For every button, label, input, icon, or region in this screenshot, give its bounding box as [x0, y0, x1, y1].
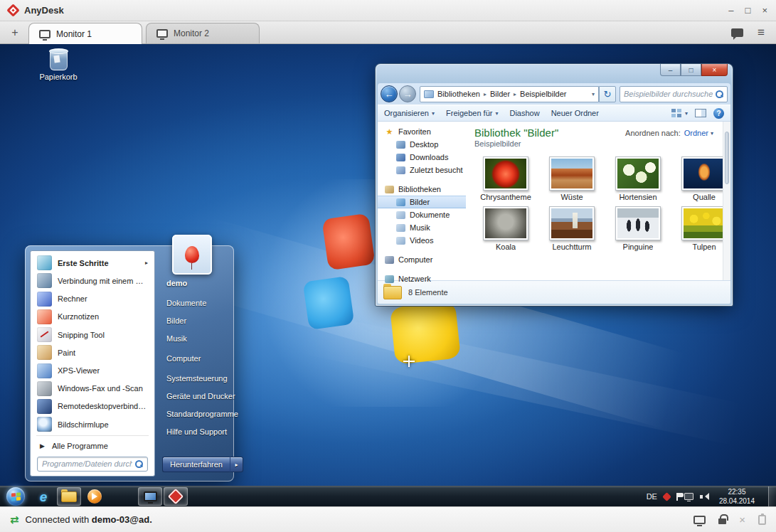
sidebar-item-pictures[interactable]: Bilder [378, 196, 466, 208]
taskbar-explorer[interactable] [57, 487, 81, 506]
hamburger-menu-icon[interactable]: ≡ [758, 26, 765, 38]
breadcrumb-segment[interactable]: Bibliotheken [437, 90, 480, 98]
start-item-pictures[interactable]: Bilder [162, 312, 243, 329]
display-settings-icon[interactable] [693, 516, 706, 524]
close-button[interactable]: × [762, 0, 767, 21]
file-item[interactable]: Chrysantheme [474, 156, 537, 201]
start-item-computer[interactable]: Computer [162, 349, 243, 367]
address-bar[interactable]: Bibliotheken ▸ Bilder ▸ Beispielbilder ▾ [420, 86, 599, 102]
sidebar-item-videos[interactable]: Videos [378, 234, 466, 247]
help-icon[interactable]: ? [713, 108, 724, 119]
start-item-fax-scan[interactable]: Windows-Fax und -Scan [33, 380, 152, 398]
start-menu-search-input[interactable] [42, 459, 132, 468]
sidebar-item-recent[interactable]: Zuletzt besucht [378, 164, 466, 176]
chat-icon[interactable] [731, 28, 743, 37]
start-item-remote-desktop[interactable]: Remotedesktopverbindung [33, 398, 152, 415]
explorer-minimize-button[interactable]: – [660, 64, 681, 76]
remote-desktop-view[interactable]: Papierkorb – □ × ← → Bibliotheken ▸ Bild… [0, 44, 776, 506]
tab-monitor-1[interactable]: Monitor 1 [28, 23, 142, 44]
all-programs-button[interactable]: ▶ Alle Programme [33, 438, 152, 453]
start-item-devices-printers[interactable]: Geräte und Drucker [162, 387, 243, 405]
slideshow-button[interactable]: Diashow [509, 109, 539, 117]
sidebar-item-computer[interactable]: Computer [378, 253, 466, 266]
breadcrumb-segment[interactable]: Beispielbilder [520, 90, 566, 98]
forward-button[interactable]: → [399, 85, 416, 102]
file-item[interactable]: Leuchtturm [541, 206, 603, 251]
start-item-getting-started[interactable]: Erste Schritte ▸ [33, 254, 152, 272]
file-item[interactable]: Hortensien [607, 156, 669, 201]
taskbar-media-player[interactable] [83, 487, 107, 506]
language-indicator[interactable]: DE [647, 492, 657, 501]
vertical-scrollbar[interactable] [723, 122, 730, 280]
file-item[interactable]: Tulpen [673, 206, 730, 251]
user-name[interactable]: demo [166, 279, 243, 287]
address-dropdown-icon[interactable]: ▾ [592, 91, 595, 97]
explorer-commandbar: Organisieren ▾ Freigeben für ▾ Diashow N… [378, 105, 730, 122]
start-button[interactable] [6, 487, 25, 506]
start-item-default-programs[interactable]: Standardprogramme [162, 405, 243, 422]
shutdown-options-arrow[interactable]: ▸ [230, 457, 243, 472]
start-item-xps-viewer[interactable]: XPS-Viewer [33, 361, 152, 379]
explorer-maximize-button[interactable]: □ [681, 64, 701, 76]
file-item[interactable]: Koala [474, 206, 537, 251]
sidebar-item-network[interactable]: Netzwerk [378, 272, 466, 285]
action-center-flag-icon[interactable] [676, 493, 678, 501]
share-menu[interactable]: Freigeben für ▾ [446, 109, 498, 117]
start-item-paint[interactable]: Paint [33, 344, 152, 361]
user-avatar[interactable] [172, 235, 212, 275]
breadcrumb-segment[interactable]: Bilder [490, 90, 510, 98]
taskbar-internet-explorer[interactable]: e [31, 487, 55, 506]
start-item-help-support[interactable]: Hilfe und Support [162, 422, 243, 440]
start-item-calculator[interactable]: Rechner [33, 289, 152, 307]
sidebar-item-desktop[interactable]: Desktop [378, 138, 466, 151]
explorer-close-button[interactable]: × [701, 64, 728, 76]
new-session-button[interactable]: + [6, 24, 24, 41]
preview-pane-icon[interactable] [695, 109, 706, 117]
disconnect-icon[interactable]: × [739, 514, 745, 525]
sidebar-item-music[interactable]: Musik [378, 221, 466, 234]
tab-monitor-2[interactable]: Monitor 2 [146, 23, 260, 43]
desktop-icon-recycle-bin[interactable]: Papierkorb [30, 50, 87, 81]
sidebar-item-downloads[interactable]: Downloads [378, 151, 466, 164]
network-tray-icon[interactable] [684, 493, 693, 500]
sidebar-group-favorites[interactable]: ★ Favoriten [378, 125, 466, 138]
taskbar-remote-app[interactable] [138, 487, 162, 506]
start-item-magnifier[interactable]: Bildschirmlupe [33, 415, 152, 433]
back-button[interactable]: ← [381, 85, 398, 102]
show-desktop-button[interactable] [768, 486, 776, 507]
minimize-button[interactable]: – [728, 0, 733, 21]
breadcrumb-separator-icon[interactable]: ▸ [484, 91, 487, 97]
breadcrumb-separator-icon[interactable]: ▸ [514, 91, 516, 97]
start-item-music[interactable]: Musik [162, 329, 243, 347]
remote-move-cursor [403, 356, 415, 367]
file-item[interactable]: Qualle [673, 156, 730, 201]
start-item-control-panel[interactable]: Systemsteuerung [162, 369, 243, 387]
input-lock-icon[interactable] [718, 518, 726, 524]
explorer-search-box[interactable] [620, 86, 728, 102]
organize-menu[interactable]: Organisieren ▾ [384, 109, 435, 117]
taskbar-clock[interactable]: 22:35 28.04.2014 [715, 487, 759, 506]
file-item[interactable]: Pinguine [607, 206, 669, 251]
sidebar-group-libraries[interactable]: Bibliotheken [378, 183, 466, 196]
start-item-snipping-tool[interactable]: Snipping Tool [33, 326, 152, 344]
arrange-by-dropdown[interactable]: Ordner ▾ [684, 129, 713, 137]
start-menu-search-box[interactable] [37, 457, 148, 472]
clipboard-icon[interactable] [758, 515, 766, 525]
anydesk-tray-icon[interactable] [662, 492, 671, 501]
maximize-button[interactable]: □ [745, 0, 751, 21]
windows-flag-yellow [390, 301, 461, 364]
start-item-projector[interactable]: Verbindung mit einem Projektor [33, 272, 152, 289]
refresh-button[interactable]: ↻ [599, 86, 616, 102]
file-item[interactable]: Wüste [541, 156, 603, 201]
start-item-documents[interactable]: Dokumente [162, 294, 243, 312]
new-folder-button[interactable]: Neuer Ordner [551, 109, 599, 117]
explorer-search-input[interactable] [624, 90, 713, 98]
explorer-titlebar[interactable]: – □ × [378, 64, 730, 83]
change-view-button[interactable]: ▾ [671, 109, 688, 117]
taskbar-anydesk[interactable] [164, 487, 188, 506]
xps-viewer-icon [37, 363, 52, 378]
sidebar-item-documents[interactable]: Dokumente [378, 208, 466, 221]
volume-icon[interactable] [700, 492, 708, 501]
shutdown-button[interactable]: Herunterfahren [162, 457, 230, 472]
start-item-sticky-notes[interactable]: Kurznotizen [33, 308, 152, 326]
